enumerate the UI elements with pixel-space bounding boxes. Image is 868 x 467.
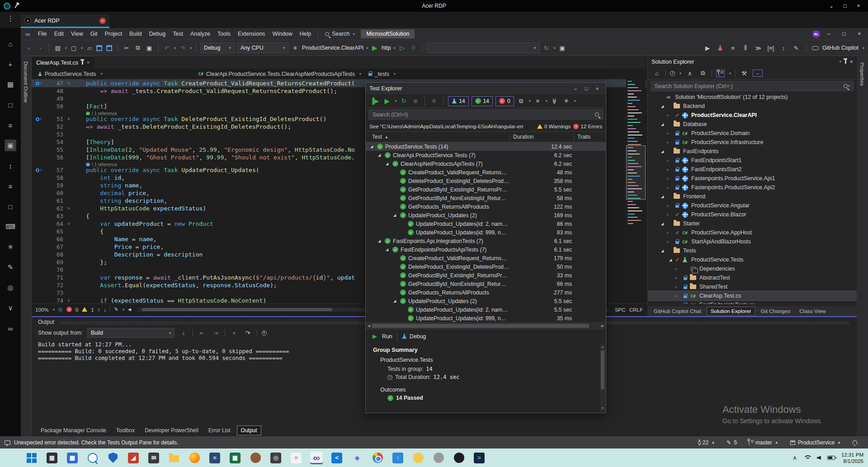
save-icon[interactable] — [96, 45, 102, 51]
taskbar-icon-photos[interactable]: ↑ — [392, 452, 404, 464]
test-row[interactable]: ✓CreateProduct_ValidRequest_ReturnsCreat… — [366, 254, 606, 262]
chevron-down-icon[interactable]: ▾ — [81, 46, 83, 50]
undo-icon[interactable]: ↶ — [162, 43, 171, 53]
chevron-down-icon[interactable]: ▾ — [863, 46, 864, 50]
start-without-debug-icon[interactable]: ▷ — [398, 43, 407, 53]
expander-icon[interactable]: ◢ — [378, 153, 385, 157]
health-icon[interactable]: ◎ — [58, 306, 63, 313]
branch-indicator[interactable]: master▲ — [749, 439, 778, 446]
solution-tree[interactable]: ∞Solution 'MicrosoftSolution' (12 of 12 … — [648, 93, 857, 304]
taskbar-icon-document[interactable]: ≡ — [290, 452, 302, 464]
settings-gear-icon[interactable]: ✳ — [5, 241, 16, 253]
taskbar-icon-app-yellow[interactable] — [412, 452, 425, 464]
run-tests-icon[interactable]: ▶ — [703, 43, 712, 53]
github-copilot-button[interactable]: GitHub Copilot — [822, 45, 859, 51]
taskbar-icon-app-diamond[interactable]: ◆ — [351, 452, 363, 464]
chevron-down-icon[interactable]: ▾ — [190, 46, 192, 50]
live-unit-testing-icon[interactable] — [716, 43, 725, 53]
taskbar-icon-vs-code[interactable]: < — [330, 452, 343, 464]
fold-icon[interactable]: ∨ — [63, 220, 74, 228]
chevron-down-icon[interactable]: ▾ — [840, 60, 841, 64]
taskbar-icon-security-shield[interactable] — [107, 452, 119, 464]
empty-dropdown[interactable]: ▾ — [427, 42, 540, 53]
taskbar-icon-search[interactable] — [86, 452, 99, 464]
open-folder-icon[interactable]: ▱ — [85, 43, 94, 53]
chevron-down-icon[interactable]: ▾ — [729, 71, 731, 75]
apps-grid-icon[interactable]: ▦ — [5, 79, 16, 90]
taskbar-clock[interactable]: 12:31 PM 8/1/2025 — [841, 452, 863, 464]
line-ending-mode[interactable]: CRLF — [629, 307, 643, 313]
test-row[interactable]: ✓GetProductById_NonExistingId_ReturnsNot… — [366, 194, 606, 202]
word-wrap-icon[interactable]: ↷ — [243, 328, 252, 338]
menu-lines-icon[interactable]: ≡ — [5, 119, 16, 131]
taskbar-icon-firefox[interactable] — [188, 452, 201, 464]
menu-item-window[interactable]: Window — [269, 28, 296, 40]
list-icon[interactable]: ≡ — [5, 180, 16, 192]
solution-tree-row[interactable]: ▷C#StartApiAndBlazorHosts — [648, 237, 857, 246]
solution-tree-row[interactable]: ▷FastEndpointsStart1 — [648, 156, 857, 165]
expander-icon[interactable]: ◢ — [370, 145, 377, 149]
pending-edits-indicator[interactable]: ✎5 — [726, 439, 737, 446]
breadcrumb-project[interactable]: ProductService.Tests▾ — [38, 71, 103, 77]
taskbar-icon-github[interactable] — [453, 452, 465, 464]
run-button[interactable]: ▶Run — [370, 332, 392, 341]
test-columns-header[interactable]: Test▲ Duration Traits — [366, 132, 606, 142]
menu-item-tools[interactable]: Tools — [214, 28, 234, 40]
chevron-down-icon[interactable]: ▾ — [65, 46, 67, 50]
vs-restore-button[interactable]: □ — [837, 29, 851, 39]
test-row[interactable]: ◢✓ProductService.Tests (14)12.4 sec — [366, 142, 606, 151]
cut-icon[interactable]: ✂ — [122, 43, 131, 53]
run-icon[interactable]: ▶ — [382, 96, 392, 106]
test-search-input[interactable]: Search (Ctrl+I) — [368, 109, 603, 120]
menu-item-project[interactable]: Project — [101, 28, 126, 40]
code-cleanup-icon[interactable]: ✎ — [114, 306, 118, 313]
next-issue-icon[interactable]: ↓ — [104, 307, 107, 313]
failed-tests-badge[interactable]: ×0 — [495, 96, 514, 106]
collapse-all-icon[interactable]: ≫ — [550, 97, 560, 106]
close-icon[interactable]: × — [87, 60, 90, 65]
error-count[interactable]: 0 — [75, 307, 78, 313]
tab-clearasp-test-cs[interactable]: ClearAsp.Test.cs × — [32, 56, 94, 69]
solution-tree-row[interactable]: ▷FastEndpointsStart2 — [648, 165, 857, 174]
solution-tree-row[interactable]: ▷SharedTest — [648, 282, 857, 291]
repeat-last-run-icon[interactable]: ↻ — [399, 96, 408, 106]
tray-expand-icon[interactable]: ∧ — [793, 454, 797, 461]
test-row[interactable]: ◢✓UpdateProduct_Updates (2)169 ms — [366, 211, 606, 219]
repo-indicator[interactable]: ProductService▲ — [790, 439, 841, 446]
solution-tree-row[interactable]: ▷ProductService.Angular — [648, 201, 857, 210]
tab-solution-explorer[interactable]: Solution Explorer — [707, 307, 755, 316]
menu-item-git[interactable]: Git — [87, 28, 101, 40]
space-mode[interactable]: SPC — [615, 307, 626, 313]
test-explorer-header[interactable]: Test Explorer – □ × — [366, 83, 606, 94]
link-icon[interactable]: ∞ — [5, 322, 16, 334]
pen-icon[interactable]: ✎ — [792, 43, 801, 53]
taskbar-icon-spreadsheet[interactable]: ▦ — [229, 452, 241, 464]
solution-tree-row[interactable]: ▷C#ClearAsp.Test.cs — [648, 291, 857, 300]
taskbar-icon-task-list[interactable]: ≡ — [208, 452, 221, 464]
search-menu-button[interactable]: Search ▾ — [321, 31, 359, 37]
test-row[interactable]: ✓CreateProduct_ValidRequest_ReturnsCreat… — [366, 168, 606, 177]
rdp-close-button[interactable]: × — [852, 1, 865, 11]
compare-icon[interactable]: ↕ — [779, 43, 788, 53]
run-all-tests-icon[interactable]: ▐▶ — [369, 96, 380, 106]
chevron-down-icon[interactable]: ▾ — [546, 99, 547, 103]
expander-icon[interactable]: ◢ — [659, 249, 666, 253]
expander-icon[interactable]: ◢ — [667, 258, 674, 262]
solution-tree-row[interactable]: ◢Frontend — [648, 192, 857, 201]
tab-toolbox[interactable]: Toolbox — [113, 426, 138, 435]
test-tree[interactable]: ◢✓ProductService.Tests (14)12.4 sec◢✓Cle… — [366, 142, 606, 322]
breadcrumb-member[interactable]: _tests▾ — [368, 71, 396, 77]
rdp-minimize-button[interactable]: ⌄ — [825, 1, 838, 11]
test-row[interactable]: ✓UpdateProduct_Updates(id: 999, name: "G… — [366, 314, 606, 322]
expander-icon[interactable]: ◢ — [659, 195, 666, 199]
tab-developer-powershell[interactable]: Developer PowerShell — [141, 426, 202, 435]
taskbar-icon-file-explorer[interactable]: ▦ — [46, 452, 58, 464]
test-row[interactable]: ✓GetProducts_ReturnsAllProducts277 ms — [366, 288, 606, 297]
solution-tree-row[interactable]: ▷AbstractTest — [648, 273, 857, 282]
solution-tree-row[interactable]: ◢FastEndpoints — [648, 147, 857, 156]
chevron-down-icon[interactable]: ▾ — [366, 46, 368, 50]
expander-icon[interactable]: ▷ — [675, 301, 682, 304]
sync-with-active-document-icon[interactable] — [716, 70, 725, 77]
expander-icon[interactable]: ◢ — [378, 239, 385, 243]
test-row[interactable]: ✓DeleteProduct_ExistingId_DeletesProduct… — [366, 262, 606, 271]
